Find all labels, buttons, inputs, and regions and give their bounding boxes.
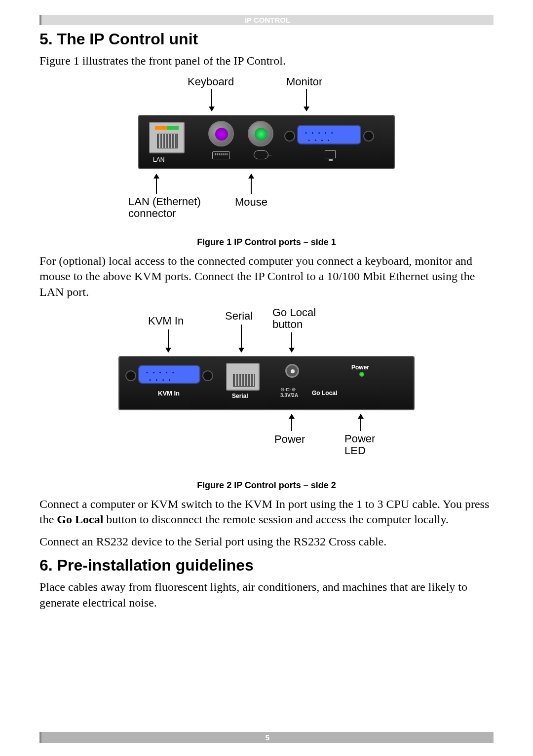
keyboard-small-icon [212,151,230,159]
go-local-device-label: Go Local [312,390,337,396]
vga-pins: • • • • • • • • • [305,130,335,144]
serial-device-label: Serial [232,393,248,399]
header-title: IP CONTROL [245,16,290,24]
p3-go-local-bold: Go Local [57,513,103,526]
kvm-in-port-icon: • • • • • • • • • [138,365,200,384]
label-go-local: Go Local button [272,307,327,330]
page-number: 5 [266,733,269,742]
arrow-keyboard-icon [211,89,212,111]
label-kvm-in: KVM In [148,315,184,327]
paragraph-rs232: Connect an RS232 device to the Serial po… [39,534,494,549]
arrow-lan-icon [156,174,157,194]
arrow-kvm-icon [168,329,169,352]
kvm-pins: • • • • • • • • • [146,369,176,384]
page-content: 5. The IP Control unit Figure 1 illustra… [39,25,494,611]
page-footer-bar: 5 [39,732,494,743]
label-lan-ethernet: LAN (Ethernet) connector [128,196,217,219]
serial-port-icon [226,363,260,391]
figure-1-caption: Figure 1 IP Control ports – side 1 [39,237,494,248]
mouse-small-icon [254,150,268,159]
dc-voltage-label: 3.3V/2A [280,393,298,398]
dc-symbol: ⊖-⊏-⊕ [280,387,296,392]
arrow-power-led-icon [360,414,361,431]
device-front-panel-side2: • • • • • • • • • KVM In Serial Go Local… [118,356,415,410]
figure-1-wrap: Keyboard Monitor LAN • • • • • • • • • L… [39,75,494,248]
p3-part-c: button to disconnect the remote session … [103,513,449,526]
lan-port-icon [149,122,185,153]
page-header-bar: IP CONTROL [39,15,494,25]
arrow-serial-icon [241,324,242,352]
paragraph-local-access: For (optional) local access to the conne… [39,253,494,300]
mouse-port-icon [248,121,273,146]
vga-port-icon: • • • • • • • • • [297,125,361,144]
figure-2-caption: Figure 2 IP Control ports – side 2 [39,480,494,491]
monitor-small-icon [325,150,336,158]
label-serial: Serial [225,310,253,323]
arrow-monitor-icon [306,89,307,111]
heading-section-6: 6. Pre-installation guidelines [39,556,494,575]
label-keyboard: Keyboard [188,75,234,88]
label-monitor: Monitor [286,75,322,88]
go-local-button-icon [285,364,299,378]
power-text: Power [351,364,369,371]
paragraph-kvm-connect: Connect a computer or KVM switch to the … [39,497,494,527]
arrow-mouse-icon [251,174,252,194]
label-power: Power [274,433,305,446]
arrow-power-icon [291,414,292,431]
label-power-led: Power LED [344,433,384,457]
label-mouse: Mouse [235,196,267,209]
figure-1: Keyboard Monitor LAN • • • • • • • • • L… [128,75,405,233]
device-front-panel-side1: LAN • • • • • • • • • [138,115,395,169]
figure-2: KVM In Serial Go Local button • • • • • … [118,307,415,469]
arrow-golocal-icon [291,332,292,352]
paragraph-fig1-intro: Figure 1 illustrates the front panel of … [39,53,494,69]
kvm-in-device-label: KVM In [158,390,180,397]
lan-port-label: LAN [153,156,164,163]
figure-2-wrap: KVM In Serial Go Local button • • • • • … [39,307,494,491]
paragraph-guidelines: Place cables away from fluorescent light… [39,579,494,610]
heading-section-5: 5. The IP Control unit [39,30,494,48]
power-led-icon [359,372,364,377]
keyboard-port-icon [208,121,234,146]
